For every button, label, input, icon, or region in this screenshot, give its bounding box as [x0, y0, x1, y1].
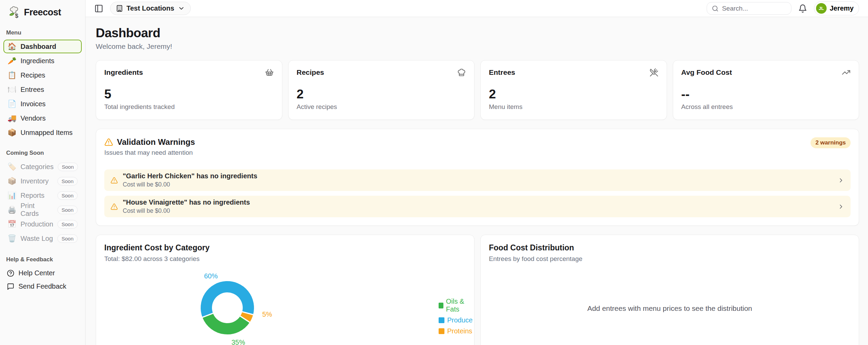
legend-swatch-blue	[439, 317, 444, 323]
legend-item-proteins: Proteins	[439, 327, 473, 335]
stat-caption: Menu items	[489, 103, 658, 111]
sidebar-item-entrees[interactable]: 🍽️ Entrees	[3, 83, 82, 96]
alert-triangle-icon	[110, 177, 118, 184]
sidebar-item-label: Send Feedback	[18, 282, 66, 290]
sidebar-item-reports[interactable]: 📊 Reports Soon	[3, 189, 82, 202]
trending-up-icon	[842, 68, 851, 77]
empty-state-message: Add entrees with menu prices to see the …	[489, 263, 851, 345]
donut-label-oils-fats: 35%	[231, 339, 245, 345]
sidebar-item-label: Production	[21, 220, 53, 228]
warning-subtitle: Cost will be $0.00	[123, 181, 833, 188]
sidebar-item-ingredients[interactable]: 🥕 Ingredients	[3, 54, 82, 68]
donut-label-produce: 60%	[204, 272, 218, 280]
food-cost-distribution-card: Food Cost Distribution Entrees by food c…	[480, 235, 859, 345]
shopping-basket-icon	[265, 68, 274, 77]
warning-title: "House Vinaigrette" has no ingredients	[123, 198, 833, 206]
document-icon: 📄	[8, 100, 16, 108]
freecost-logo-icon: $	[7, 5, 21, 19]
soon-badge: Soon	[57, 177, 78, 185]
chevron-right-icon	[838, 177, 844, 184]
soon-badge: Soon	[57, 220, 78, 229]
location-selector-label: Test Locations	[126, 4, 174, 12]
sidebar-item-unmapped-items[interactable]: 📦 Unmapped Items	[3, 126, 82, 139]
legend-item-oils-fats: Oils & Fats	[439, 298, 473, 313]
utensils-crossed-icon	[650, 68, 658, 77]
warnings-count-badge: 2 warnings	[811, 137, 851, 148]
donut-label-proteins: 5%	[262, 310, 272, 318]
sidebar-toggle-button[interactable]	[94, 4, 103, 13]
sidebar: $ Freecost Menu 🏠 Dashboard 🥕 Ingredient…	[0, 0, 85, 345]
chart-title: Ingredient Cost by Category	[104, 243, 466, 252]
warning-row-garlic-herb-chicken[interactable]: "Garlic Herb Chicken" has no ingredients…	[104, 169, 851, 191]
stat-title: Recipes	[297, 68, 324, 77]
sidebar-section-help: Help & Feedback	[3, 256, 82, 263]
search-input[interactable]	[722, 5, 786, 12]
house-icon: 🏠	[8, 42, 16, 51]
clipboard-icon: 📋	[8, 71, 16, 79]
sidebar-item-waste-log[interactable]: 🗑️ Waste Log Soon	[3, 232, 82, 245]
help-circle-icon	[7, 270, 14, 277]
package-icon: 📦	[8, 128, 16, 137]
app-logo: $ Freecost	[3, 4, 82, 24]
sidebar-item-label: Ingredients	[21, 57, 54, 65]
sidebar-item-print-cards[interactable]: 🖨️ Print Cards Soon	[3, 203, 82, 217]
chart-legend: Oils & Fats Produce Proteins	[439, 298, 473, 335]
stat-caption: Total ingredients tracked	[104, 103, 274, 111]
chart-subtitle: Total: $82.00 across 3 categories	[104, 255, 466, 263]
warning-title: "Garlic Herb Chicken" has no ingredients	[123, 172, 833, 180]
location-selector[interactable]: Test Locations	[110, 2, 191, 15]
warnings-subtitle: Issues that may need attention	[104, 149, 195, 156]
sidebar-item-recipes[interactable]: 📋 Recipes	[3, 68, 82, 82]
warnings-title: Validation Warnings	[117, 137, 195, 147]
stats-grid: Ingredients 5 Total ingredients tracked …	[96, 60, 859, 120]
search-box[interactable]	[707, 2, 791, 15]
sidebar-item-help-center[interactable]: Help Center	[3, 266, 82, 280]
panel-left-icon	[94, 4, 103, 13]
legend-swatch-green	[439, 303, 443, 308]
chef-hat-icon	[457, 68, 466, 77]
sidebar-item-label: Help Center	[18, 269, 55, 277]
charts-grid: Ingredient Cost by Category Total: $82.0…	[96, 235, 859, 345]
sidebar-item-label: Vendors	[21, 114, 45, 122]
sidebar-item-label: Categories	[21, 163, 54, 171]
sidebar-item-label: Waste Log	[21, 235, 53, 243]
ingredient-cost-chart-card: Ingredient Cost by Category Total: $82.0…	[96, 235, 475, 345]
avatar: JL	[816, 3, 827, 14]
sidebar-item-production[interactable]: 📅 Production Soon	[3, 217, 82, 231]
chart-subtitle: Entrees by food cost percentage	[489, 255, 851, 263]
sidebar-item-dashboard[interactable]: 🏠 Dashboard	[3, 40, 82, 53]
stat-card-ingredients: Ingredients 5 Total ingredients tracked	[96, 60, 282, 120]
legend-label: Proteins	[447, 327, 472, 335]
user-name: Jeremy	[830, 4, 854, 12]
donut-chart: 60% 5% 35% Oils & Fats Produce	[104, 263, 466, 345]
warning-subtitle: Cost will be $0.00	[123, 207, 833, 215]
user-menu[interactable]: JL Jeremy	[814, 1, 859, 15]
sidebar-item-label: Entrees	[21, 86, 44, 94]
stat-caption: Across all entrees	[681, 103, 851, 111]
sidebar-item-label: Reports	[21, 192, 44, 199]
donut-chart-graphic	[200, 280, 255, 335]
chevron-down-icon	[178, 5, 185, 12]
soon-badge: Soon	[57, 234, 78, 243]
carrot-icon: 🥕	[8, 57, 16, 65]
warning-row-house-vinaigrette[interactable]: "House Vinaigrette" has no ingredients C…	[104, 196, 851, 217]
sidebar-item-vendors[interactable]: 🚚 Vendors	[3, 111, 82, 125]
tag-icon: 🏷️	[8, 163, 16, 171]
building-icon	[116, 5, 123, 12]
notifications-button[interactable]	[798, 4, 807, 13]
sidebar-item-label: Print Cards	[21, 202, 53, 218]
stat-card-avg-food-cost: Avg Food Cost -- Across all entrees	[673, 60, 859, 120]
sidebar-item-label: Recipes	[21, 71, 45, 79]
dashboard-content: Dashboard Welcome back, Jeremy! Ingredie…	[85, 17, 868, 345]
sidebar-item-invoices[interactable]: 📄 Invoices	[3, 97, 82, 111]
printer-icon: 🖨️	[8, 206, 16, 214]
page-title: Dashboard	[96, 26, 859, 40]
main-column: Test Locations JL	[85, 0, 868, 345]
sidebar-item-inventory[interactable]: 📦 Inventory Soon	[3, 174, 82, 188]
alert-triangle-icon	[110, 203, 118, 210]
legend-item-produce: Produce	[439, 316, 473, 324]
sidebar-item-categories[interactable]: 🏷️ Categories Soon	[3, 160, 82, 174]
svg-text:$: $	[15, 13, 18, 19]
soon-badge: Soon	[57, 191, 78, 200]
sidebar-item-send-feedback[interactable]: Send Feedback	[3, 280, 82, 293]
